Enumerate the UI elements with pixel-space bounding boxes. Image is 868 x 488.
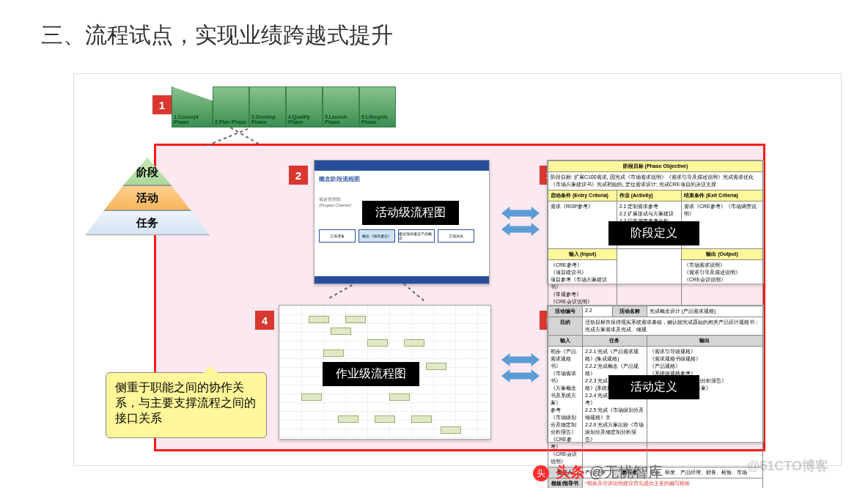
phase-1: 1.Concept Phase bbox=[172, 86, 213, 127]
p3-col-exit: 结束条件 (Exit Criteria) bbox=[682, 191, 763, 202]
label-activity-def: 活动定义 bbox=[608, 375, 699, 399]
panel2-flow-boxes: 立项准备 概念《项目建议》 建议项目建议产品概念 立项决策 bbox=[319, 229, 485, 243]
slide: 三、流程试点，实现业绩跨越式提升 1 1.Concept Phase 2.Pla… bbox=[0, 0, 868, 488]
pyramid-level-phase: 阶段 bbox=[123, 158, 172, 185]
p3-col-activity: 作业 (Activity) bbox=[617, 191, 681, 202]
panel2-subtitle: 概念阶段流程图 bbox=[319, 175, 485, 183]
panel2-header bbox=[315, 160, 489, 171]
phase-5: 5.Launch Phase bbox=[323, 86, 359, 127]
label-activity-flow: 活动级流程图 bbox=[362, 201, 459, 225]
p3-output-hdr: 输出 (Output) bbox=[682, 249, 763, 260]
p3-outputs: 《市场需求说明》 《需求引导及描述说明》 《CRE会议说明》 bbox=[682, 260, 763, 308]
badge-1: 1 bbox=[152, 95, 172, 114]
p3-objective: 阶段目标: 扩展C100需求, 因完成《市场需求说明》《需求引导及描述说明》完成… bbox=[548, 172, 763, 191]
badge-4: 4 bbox=[255, 311, 274, 330]
phase-2: 2.Plan Phase bbox=[213, 86, 249, 127]
phase-4: 4.Qualify Phase bbox=[286, 86, 323, 127]
slide-title: 三、流程试点，实现业绩跨越式提升 bbox=[41, 21, 393, 51]
p3-col-entry: 启动条件 (Entry Criteria) bbox=[548, 191, 617, 202]
p3-input-hdr: 输入 (Input) bbox=[548, 249, 617, 260]
pyramid-level-activity: 活动 bbox=[104, 185, 191, 210]
logo-icon: 头 bbox=[533, 465, 549, 481]
flow-box-3: 建议项目建议产品概念 bbox=[398, 229, 435, 243]
p5-outputs: 《需求引导级规格》 《需求规格书级规格》 《产品规格》 《系统级规格参考》 《市… bbox=[647, 347, 762, 467]
label-task-flow: 作业级流程图 bbox=[323, 362, 419, 386]
phase-3: 3.Develop Phase bbox=[249, 86, 286, 127]
flow-box-2: 概念《项目建议》 bbox=[358, 229, 395, 243]
p3-blank bbox=[617, 249, 681, 308]
flow-box-1: 立项准备 bbox=[319, 229, 356, 243]
p3-entry: 需求《RISP参考》 bbox=[548, 202, 617, 249]
watermark-brand: 头 头条 @无忧智库 bbox=[533, 462, 663, 482]
p5-tasks: 2.2.1 完成《产品需求规格》(集成规格) 2.2.2 完成概念《产品规格》 … bbox=[582, 347, 647, 467]
bidir-arrow-top bbox=[501, 205, 540, 237]
pyramid-level-task: 任务 bbox=[85, 210, 210, 235]
hierarchy-pyramid: 阶段 活动 任务 bbox=[85, 158, 210, 235]
badge-2: 2 bbox=[289, 166, 308, 185]
flow-box-4: 立项决策 bbox=[438, 229, 474, 243]
phase-funnel: 1.Concept Phase 2.Plan Phase 3.Develop P… bbox=[172, 86, 396, 127]
p3-inputs: 《CRE参考》 《项目建议书》 项目参考《市场方案建议书》 《常规参考》 《CR… bbox=[548, 260, 617, 308]
activity-definition-panel: 活动编号 2.2 活动名称 完成概念设计 (产品需求规格) 目的 活动目标在保持… bbox=[547, 305, 764, 443]
watermark-secondary: @51CTO博客 bbox=[747, 457, 828, 475]
callout-note: 侧重于职能之间的协作关系，与主要支撑流程之间的接口关系 bbox=[106, 372, 267, 438]
p3-main-header: 阶段目标 (Phase Objective) bbox=[548, 161, 763, 172]
bidir-arrow-bottom bbox=[501, 352, 540, 384]
phase-6: 6.Lifecycle Phase bbox=[359, 86, 396, 127]
label-phase-def: 阶段定义 bbox=[608, 221, 699, 245]
p5-inputs: 初步《产品需求规格书》 《市场需求书》 《方案概念书及系统方案》 参考 《市场级… bbox=[548, 347, 583, 467]
panel2-footer bbox=[315, 276, 489, 284]
